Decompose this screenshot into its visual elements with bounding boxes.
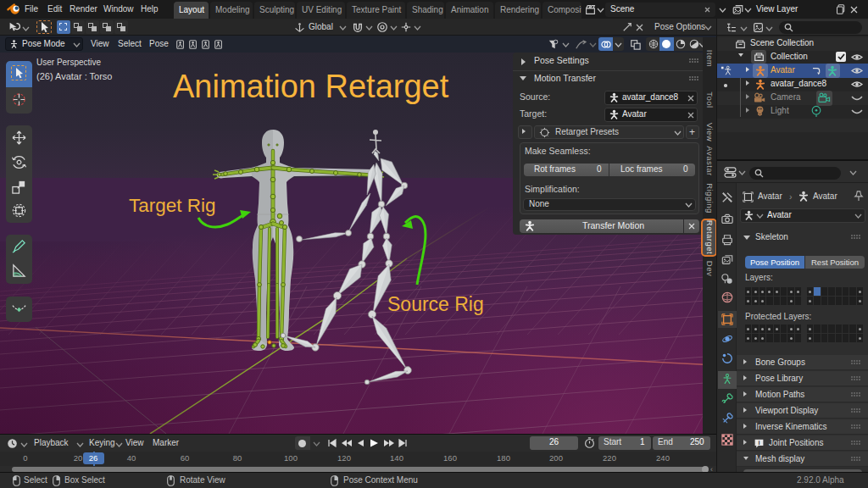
svg-text:i: i — [758, 439, 760, 446]
